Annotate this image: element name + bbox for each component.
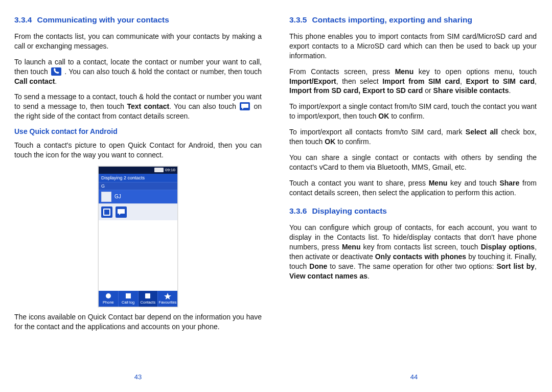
text-bold: OK (378, 112, 389, 120)
text-run: Touch a contact you want to share, press (289, 179, 429, 187)
text-run: , (535, 77, 537, 85)
text-run: From Contacts screen, press (289, 67, 395, 76)
text-bold: Text contact (127, 102, 169, 110)
paragraph: You can share a single contact or contac… (289, 153, 537, 172)
paragraph: From the contacts list, you can communic… (14, 32, 262, 51)
nav-label: Contacts (141, 300, 156, 305)
phone-frame: 09:10 Displaying 2 contacts G GJ (98, 166, 178, 307)
paragraph: Touch a contact's picture to open Quick … (14, 141, 262, 160)
text-run: to save. The same operation for other tw… (327, 262, 496, 270)
paragraph: To send a message to a contact, touch & … (14, 92, 262, 121)
svg-rect-4 (145, 293, 150, 298)
text-bold: Import from SD card, Export to SD card (289, 86, 423, 95)
paragraph: To import/export a single contact from/t… (289, 102, 537, 121)
message-icon (240, 102, 250, 110)
section-heading-336: 3.3.6Displaying contacts (289, 206, 537, 216)
quick-contact-bar (99, 203, 177, 220)
nav-favourites: Favourites (157, 291, 177, 307)
text-run: to confirm. (335, 137, 371, 146)
text-bold: Menu (429, 179, 448, 187)
status-time: 09:10 (165, 168, 175, 172)
contact-row: GJ (99, 190, 177, 203)
text-run: , (460, 77, 466, 85)
paragraph: This phone enables you to import contact… (289, 32, 537, 61)
page-44: 3.3.5Contacts importing, exporting and s… (276, 0, 552, 392)
text-bold: Import from SIM card (382, 77, 460, 85)
page-43: 3.3.4Communicating with your contacts Fr… (0, 0, 276, 392)
text-bold: Call contact (14, 77, 55, 85)
paragraph: You can configure which group of contact… (289, 223, 537, 281)
text-run: . (509, 86, 511, 95)
svg-rect-1 (104, 210, 109, 215)
phone-blank-area (99, 220, 177, 291)
phone-screenshot: 09:10 Displaying 2 contacts G GJ (14, 166, 262, 307)
page-number: 44 (276, 373, 552, 381)
svg-marker-5 (164, 293, 171, 299)
phone-statusbar: 09:10 (99, 167, 177, 174)
nav-label: Favourites (159, 300, 177, 305)
text-run: . You can also touch & hold the contact … (64, 67, 262, 76)
text-bold: OK (325, 137, 335, 146)
signal-icon (154, 168, 164, 172)
section-title: Displaying contacts (312, 206, 386, 215)
contact-avatar (101, 192, 111, 202)
subheading-quick-contact: Use Quick contact for Android (14, 127, 262, 135)
nav-label: Call log (122, 300, 134, 305)
text-run: . (55, 77, 57, 85)
section-number: 3.3.4 (14, 15, 32, 24)
quick-contact-icon (101, 206, 112, 218)
text-bold: Share visible contacts (433, 86, 509, 95)
text-run: key to open options menu, touch (413, 67, 537, 76)
text-bold: View contact names as (289, 272, 367, 280)
text-run: to confirm. (389, 112, 424, 120)
nav-phone: Phone (99, 291, 118, 307)
svg-point-2 (106, 293, 111, 298)
text-bold: Display options (481, 243, 535, 251)
text-bold: Export to SIM card (466, 77, 535, 85)
phone-navbar: Phone Call log Contacts Favourites (99, 291, 177, 307)
paragraph: To launch a call to a contact, locate th… (14, 57, 262, 86)
phone-icon (51, 67, 61, 76)
text-run: . (367, 272, 370, 280)
index-letter: G (99, 182, 177, 190)
section-heading-335: 3.3.5Contacts importing, exporting and s… (289, 15, 537, 25)
text-bold: Sort list by (496, 262, 535, 270)
text-run: key from contacts list screen, touch (360, 243, 480, 251)
section-title: Contacts importing, exporting and sharin… (312, 15, 472, 24)
nav-calllog: Call log (118, 291, 138, 307)
text-run: , (535, 262, 537, 270)
text-bold: Share (499, 179, 519, 187)
text-bold: Only contacts with phones (375, 252, 466, 261)
text-run: key and touch (447, 179, 499, 187)
text-run: , then select (336, 77, 382, 85)
quick-message-icon (116, 206, 127, 218)
nav-label: Phone (103, 300, 114, 305)
section-number: 3.3.5 (289, 15, 307, 24)
nav-contacts: Contacts (138, 291, 158, 307)
text-run: . You can also touch (169, 102, 239, 110)
paragraph: The icons available on Quick Contact bar… (14, 312, 262, 332)
text-run: or (423, 86, 433, 95)
contact-name: GJ (114, 194, 121, 199)
paragraph: To import/export all contacts from/to SI… (289, 127, 537, 147)
section-heading-334: 3.3.4Communicating with your contacts (14, 15, 262, 25)
manual-spread: 3.3.4Communicating with your contacts Fr… (0, 0, 552, 392)
section-title: Communicating with your contacts (37, 15, 169, 24)
text-bold: Import/Export (289, 77, 336, 85)
page-number: 43 (0, 373, 276, 381)
text-run: To import/export all contacts from/to SI… (289, 128, 466, 136)
paragraph: Touch a contact you want to share, press… (289, 178, 537, 198)
section-number: 3.3.6 (289, 206, 307, 215)
contacts-banner: Displaying 2 contacts (99, 174, 177, 182)
text-bold: Menu (342, 243, 361, 251)
svg-rect-3 (126, 293, 131, 298)
text-bold: Done (309, 262, 327, 270)
paragraph: From Contacts screen, press Menu key to … (289, 67, 537, 96)
text-bold: Select all (466, 128, 498, 136)
text-bold: Menu (395, 67, 414, 76)
